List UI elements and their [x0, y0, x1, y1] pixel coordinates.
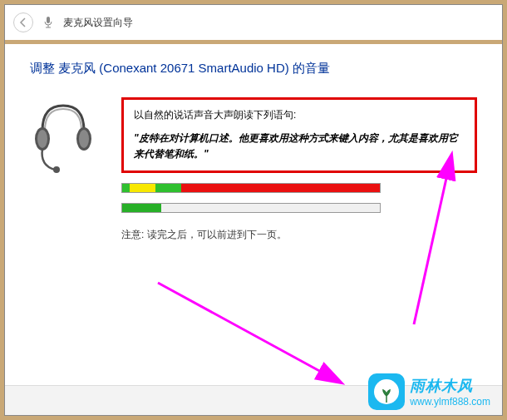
- page-heading: 调整 麦克风 (Conexant 20671 SmartAudio HD) 的音…: [30, 61, 477, 77]
- svg-point-2: [37, 130, 47, 148]
- svg-point-4: [79, 130, 89, 148]
- instruction-box: 以自然的说话声音大声朗读下列语句: "皮特在对计算机口述。他更喜欢用这种方式来键…: [121, 97, 477, 173]
- title-bar: 麦克风设置向导: [5, 5, 502, 40]
- instruction-label: 以自然的说话声音大声朗读下列语句:: [134, 108, 465, 122]
- note-text: 注意: 读完之后，可以前进到下一页。: [121, 228, 477, 242]
- watermark-icon: [368, 373, 405, 410]
- microphone-icon: [42, 16, 55, 29]
- practice-sentence: "皮特在对计算机口述。他更喜欢用这种方式来键入内容，尤其是喜欢用它来代替笔和纸。…: [134, 131, 465, 162]
- content-area: 调整 麦克风 (Conexant 20671 SmartAudio HD) 的音…: [5, 44, 502, 385]
- svg-rect-0: [47, 17, 50, 23]
- svg-point-5: [53, 166, 60, 173]
- watermark-url: www.ylmf888.com: [410, 396, 490, 408]
- volume-meter-level: [121, 203, 381, 213]
- volume-meter-color: [121, 183, 381, 193]
- window-frame: 麦克风设置向导 调整 麦克风 (Conexant 20671 SmartAudi…: [4, 4, 503, 416]
- watermark: 雨林木风 www.ylmf888.com: [368, 373, 490, 410]
- headset-image: [30, 97, 96, 242]
- window-title: 麦克风设置向导: [63, 16, 133, 30]
- back-button[interactable]: [13, 12, 33, 32]
- watermark-name: 雨林木风: [410, 376, 490, 396]
